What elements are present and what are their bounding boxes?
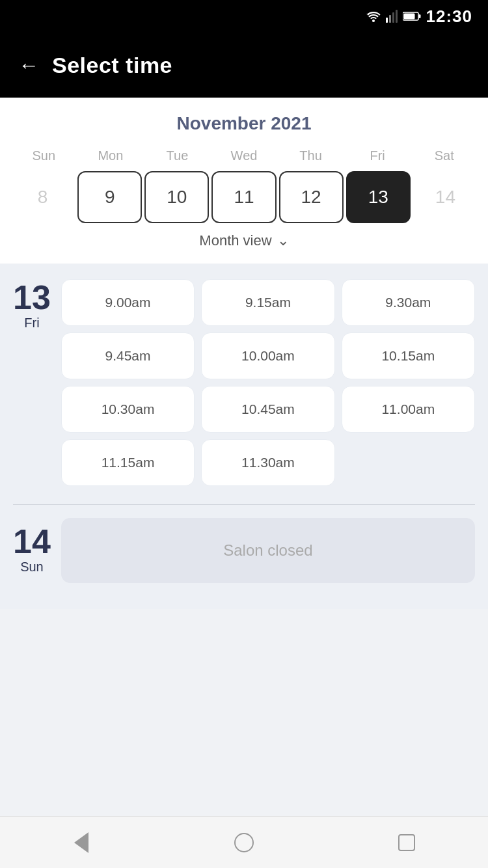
- day-header-mon: Mon: [77, 146, 144, 166]
- day-cell-13[interactable]: 13: [346, 171, 411, 223]
- day-divider: [13, 504, 475, 505]
- day-cell-11[interactable]: 11: [211, 171, 276, 223]
- svg-rect-5: [418, 14, 420, 18]
- day-cell-9[interactable]: 9: [77, 171, 142, 223]
- month-view-toggle[interactable]: Month view ⌄: [10, 223, 478, 253]
- wifi-icon: [366, 10, 381, 22]
- home-nav-icon: [234, 833, 254, 852]
- day-header-thu: Thu: [277, 146, 344, 166]
- time-slot-915am[interactable]: 9.15am: [201, 279, 334, 326]
- day-block-13: 13 Fri 9.00am 9.15am 9.30am 9.45am 10.00…: [13, 274, 475, 491]
- day-header-wed: Wed: [211, 146, 278, 166]
- nav-back-button[interactable]: [62, 823, 101, 862]
- time-slot-1115am[interactable]: 11.15am: [61, 439, 195, 486]
- day-number-13: 13: [13, 280, 51, 314]
- time-slot-1030am[interactable]: 10.30am: [61, 386, 195, 433]
- chevron-down-icon: ⌄: [277, 232, 289, 249]
- time-slot-1100am[interactable]: 11.00am: [342, 386, 475, 433]
- day-headers: Sun Mon Tue Wed Thu Fri Sat: [10, 146, 478, 166]
- page-title: Select time: [52, 53, 172, 78]
- signal-icon: [386, 10, 398, 23]
- status-time: 12:30: [426, 7, 473, 27]
- nav-recent-button[interactable]: [387, 823, 426, 862]
- month-year-label: November 2021: [10, 113, 478, 134]
- time-slot-1015am[interactable]: 10.15am: [342, 332, 475, 379]
- svg-rect-6: [403, 14, 414, 20]
- day-label-14: 14 Sun: [13, 518, 51, 583]
- day-name-13: Fri: [24, 316, 39, 331]
- day-number-14: 14: [13, 524, 51, 558]
- svg-rect-2: [392, 12, 394, 23]
- svg-rect-0: [386, 18, 388, 23]
- day-name-14: Sun: [20, 560, 44, 575]
- bottom-nav: [0, 816, 488, 868]
- day-header-tue: Tue: [144, 146, 211, 166]
- recent-nav-icon: [398, 834, 415, 851]
- slots-grid-13: 9.00am 9.15am 9.30am 9.45am 10.00am 10.1…: [61, 274, 475, 491]
- day-label-13: 13 Fri: [13, 274, 51, 491]
- time-slot-1000am[interactable]: 10.00am: [201, 332, 334, 379]
- day-cell-8[interactable]: 8: [10, 171, 75, 223]
- time-slot-930am[interactable]: 9.30am: [342, 279, 475, 326]
- back-nav-icon: [74, 832, 88, 853]
- header: ← Select time: [0, 33, 488, 98]
- day-block-14: 14 Sun Salon closed: [13, 518, 475, 583]
- week-row: 8 9 10 11 12 13 14: [10, 171, 478, 223]
- calendar-section: November 2021 Sun Mon Tue Wed Thu Fri Sa…: [0, 98, 488, 264]
- nav-home-button[interactable]: [224, 823, 264, 862]
- day-header-fri: Fri: [344, 146, 411, 166]
- day-cell-14[interactable]: 14: [413, 171, 478, 223]
- day-header-sat: Sat: [411, 146, 478, 166]
- time-slot-945am[interactable]: 9.45am: [61, 332, 195, 379]
- status-bar: 12:30: [0, 0, 488, 33]
- time-slot-1130am[interactable]: 11.30am: [201, 439, 334, 486]
- day-cell-12[interactable]: 12: [279, 171, 344, 223]
- day-cell-10[interactable]: 10: [144, 171, 209, 223]
- time-slot-1045am[interactable]: 10.45am: [201, 386, 334, 433]
- status-icons: 12:30: [366, 7, 473, 27]
- battery-icon: [403, 11, 421, 21]
- back-button[interactable]: ←: [18, 55, 39, 75]
- month-view-label: Month view: [199, 232, 271, 249]
- svg-rect-3: [396, 10, 398, 23]
- salon-closed-label: Salon closed: [61, 518, 475, 583]
- timeslots-section: 13 Fri 9.00am 9.15am 9.30am 9.45am 10.00…: [0, 264, 488, 609]
- time-slot-900am[interactable]: 9.00am: [61, 279, 195, 326]
- svg-rect-1: [389, 15, 391, 23]
- day-header-sun: Sun: [10, 146, 77, 166]
